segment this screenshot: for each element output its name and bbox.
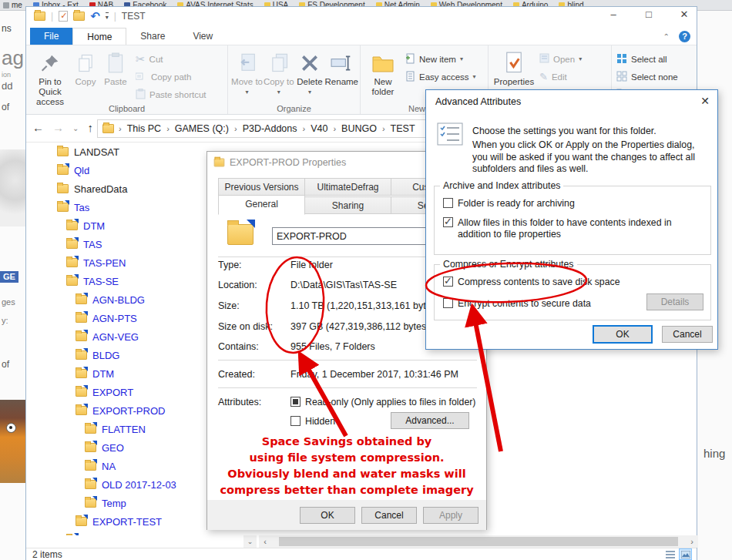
field-label: Contains: bbox=[218, 341, 290, 352]
tab-file[interactable]: File bbox=[30, 28, 72, 45]
button-label: Rename bbox=[325, 77, 358, 87]
tab-general[interactable]: General bbox=[218, 195, 305, 215]
breadcrumb-separator: › bbox=[333, 124, 336, 133]
recent-locations-icon[interactable]: ⌄ bbox=[72, 121, 79, 134]
annotation-text: Space Savings obtained by using file sys… bbox=[207, 434, 486, 498]
customize-qat-icon[interactable]: ▾ bbox=[106, 12, 109, 21]
button-label: Properties bbox=[494, 77, 534, 87]
tab-home[interactable]: Home bbox=[72, 28, 126, 45]
breadcrumb-segment[interactable]: P3D-Addons bbox=[242, 123, 298, 134]
tree-item-label: TAS bbox=[83, 239, 102, 250]
breadcrumb-separator: › bbox=[234, 124, 237, 133]
encrypt-checkbox[interactable] bbox=[443, 298, 453, 308]
scroll-right-icon[interactable]: › bbox=[686, 537, 698, 546]
select-none-button[interactable]: Select none bbox=[616, 68, 690, 86]
breadcrumb-segment[interactable]: BUNGO bbox=[341, 123, 378, 134]
new-item-button[interactable]: New item ▾ bbox=[405, 50, 476, 68]
tree-item-label: GE-TAS-S bbox=[83, 535, 129, 536]
maximize-button[interactable]: □ bbox=[641, 8, 656, 20]
compress-checkbox[interactable] bbox=[443, 277, 453, 287]
checkbox-label: Hidden bbox=[305, 416, 335, 427]
paste-shortcut-button[interactable]: Paste shortcut bbox=[136, 86, 207, 103]
new-folder-button[interactable]: New folder bbox=[364, 48, 402, 97]
tree-item-label: Tas bbox=[74, 202, 89, 213]
breadcrumb-segment[interactable]: This PC bbox=[126, 123, 162, 134]
cancel-button[interactable]: Cancel bbox=[662, 326, 713, 343]
index-row: Allow files in this folder to have conte… bbox=[443, 217, 702, 240]
cancel-button[interactable]: Cancel bbox=[361, 507, 417, 524]
breadcrumb-separator: › bbox=[303, 124, 306, 133]
paste-button[interactable]: Paste bbox=[100, 48, 131, 87]
folder-icon bbox=[57, 147, 69, 156]
bg-highlight-fragment: GE bbox=[0, 271, 18, 283]
minimize-button[interactable]: – bbox=[606, 8, 621, 20]
tree-item-label: EXPORT bbox=[92, 387, 133, 398]
large-icons-view-button[interactable] bbox=[679, 548, 692, 560]
readonly-checkbox[interactable] bbox=[290, 397, 301, 407]
new-folder-shortcut-icon[interactable] bbox=[73, 12, 85, 21]
back-icon[interactable]: ← bbox=[32, 121, 44, 134]
hidden-checkbox[interactable] bbox=[290, 416, 301, 426]
tree-item-label: AGN-VEG bbox=[92, 331, 139, 343]
select-all-button[interactable]: Select all bbox=[616, 50, 690, 68]
copy-to-button[interactable]: Copy to ▾ bbox=[263, 48, 294, 97]
cut-button[interactable]: ✂ Cut bbox=[136, 50, 207, 68]
archive-checkbox[interactable] bbox=[443, 198, 453, 208]
close-icon[interactable]: ✕ bbox=[700, 95, 710, 107]
ribbon-group-organize: Move to ▾ Copy to ▾ Delete ▾ bbox=[228, 45, 361, 114]
tree-scroll-down-button[interactable]: ⌄ bbox=[243, 535, 257, 548]
easy-access-button[interactable]: Easy access ▾ bbox=[405, 68, 476, 86]
folder-icon bbox=[66, 240, 78, 249]
annotation-line: compress better than complete imagery bbox=[207, 482, 486, 498]
copy-path-button[interactable]: Copy path bbox=[136, 68, 207, 86]
button-label: Open bbox=[553, 55, 575, 64]
apply-button[interactable]: Apply bbox=[423, 507, 478, 524]
breadcrumb-segment[interactable]: TEST bbox=[390, 123, 416, 134]
details-view-button[interactable] bbox=[663, 548, 677, 560]
help-icon[interactable]: ? bbox=[679, 31, 690, 42]
details-button[interactable]: Details bbox=[646, 293, 703, 310]
tab-view[interactable]: View bbox=[179, 28, 227, 45]
collapse-ribbon-icon[interactable]: ⌃ bbox=[663, 32, 670, 41]
checkbox-label: Compress contents to save disk space bbox=[458, 277, 620, 287]
scrollbar-thumb[interactable] bbox=[279, 537, 678, 546]
scroll-left-icon[interactable]: ‹ bbox=[259, 537, 271, 546]
ok-button[interactable]: OK bbox=[300, 507, 355, 524]
field-value: Friday, 1 December 2017, 10:31:46 PM bbox=[290, 369, 458, 380]
ok-button[interactable]: OK bbox=[593, 325, 653, 344]
field-created: Created: Friday, 1 December 2017, 10:31:… bbox=[218, 369, 480, 380]
properties-shortcut-icon[interactable] bbox=[59, 11, 68, 22]
move-to-button[interactable]: Move to ▾ bbox=[231, 48, 263, 97]
close-button[interactable]: ✕ bbox=[677, 8, 692, 20]
cut-icon: ✂ bbox=[136, 52, 146, 66]
background-left-strip: ns ag ion dd of GE ges y: of bbox=[0, 11, 25, 560]
properties-button[interactable]: Properties bbox=[492, 48, 536, 87]
horizontal-scrollbar[interactable]: ‹ › bbox=[259, 535, 698, 548]
breadcrumb-segment[interactable]: GAMES (Q:) bbox=[174, 123, 230, 134]
undo-icon[interactable]: ↶ bbox=[90, 11, 100, 22]
index-checkbox[interactable] bbox=[443, 217, 453, 227]
folder-icon bbox=[85, 424, 96, 434]
edit-button[interactable]: ✎ Edit bbox=[539, 68, 582, 86]
open-button[interactable]: Open ▾ bbox=[539, 50, 582, 68]
copy-button[interactable]: Copy bbox=[71, 48, 100, 87]
tree-item-ge-tas-s[interactable]: GE-TAS-S bbox=[26, 531, 243, 535]
tab-previous-versions[interactable]: Previous Versions bbox=[218, 178, 305, 196]
pin-to-quick-access-button[interactable]: Pin to Quick access bbox=[29, 48, 71, 107]
rename-button[interactable]: Rename bbox=[325, 48, 358, 87]
up-icon[interactable]: ↑ bbox=[87, 121, 93, 134]
paste-shortcut-icon bbox=[136, 89, 146, 101]
dialog-title: EXPORT-PROD Properties bbox=[230, 157, 346, 168]
dropdown-icon: ▾ bbox=[473, 73, 476, 80]
select-all-icon bbox=[616, 53, 627, 65]
tab-ultimatedefrag[interactable]: UltimateDefrag bbox=[304, 178, 391, 196]
intro-text: Choose the settings you want for this fo… bbox=[472, 126, 656, 136]
breadcrumb-segment[interactable]: V40 bbox=[310, 123, 328, 134]
tab-share[interactable]: Share bbox=[126, 28, 179, 45]
dropdown-icon: ▾ bbox=[460, 55, 463, 62]
forward-icon[interactable]: → bbox=[52, 121, 64, 134]
delete-button[interactable]: Delete ▾ bbox=[294, 48, 324, 97]
tab-sharing[interactable]: Sharing bbox=[304, 196, 391, 214]
advanced-button[interactable]: Advanced... bbox=[391, 412, 469, 429]
folder-icon[interactable] bbox=[34, 12, 45, 21]
